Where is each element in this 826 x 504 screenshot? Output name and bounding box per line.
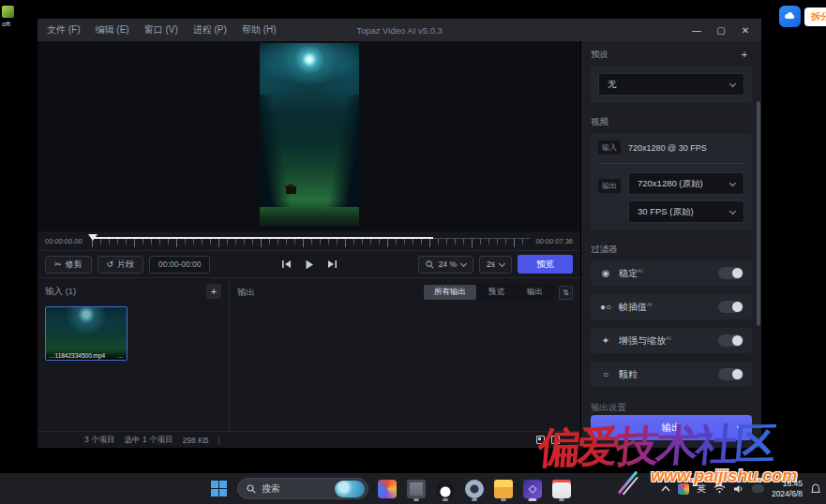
filter-grain[interactable]: ○ 颗粒 [591, 362, 752, 387]
next-frame-button[interactable] [327, 259, 338, 269]
video-card: 输入 720x1280 @ 30 FPS 输出 720x1280 (原始) [591, 133, 752, 230]
sort-toggle-button[interactable]: ⇅ [559, 286, 573, 300]
running-indicator [559, 498, 564, 501]
transport-toolbar: ✂ 修剪 ↺ 片段 00:00-00:00 [38, 250, 580, 278]
preview-duration-dropdown[interactable]: 2s [479, 256, 512, 274]
tray-chevron-up-icon[interactable] [661, 485, 670, 492]
grid-view-icon[interactable] [536, 436, 545, 444]
taskbar-app-notes[interactable] [551, 478, 572, 500]
desktop-shortcut[interactable]: oft [2, 6, 30, 28]
list-view-icon[interactable] [551, 436, 560, 444]
topaz-video-ai-icon: ◇ [523, 480, 542, 498]
export-settings-header: 输出设置 [591, 402, 752, 412]
magnifier-icon [426, 260, 434, 269]
search-highlight-image[interactable] [335, 481, 365, 497]
grain-icon: ○ [599, 369, 612, 379]
taskbar-app-media[interactable] [377, 478, 398, 500]
preset-select[interactable]: 无 [598, 73, 744, 96]
system-tray: 英 16:45 2024/6/8 [661, 479, 821, 498]
timeline-track [92, 237, 432, 239]
timeline-ruler[interactable] [88, 234, 531, 247]
presets-header: 预设 [591, 49, 608, 61]
tab-previews[interactable]: 预览 [478, 285, 515, 300]
filter-frame-interpolation[interactable]: ●○ 帧插值AI [591, 294, 752, 319]
trim-range-field[interactable]: 00:00-00:00 [149, 256, 210, 274]
playhead-marker[interactable] [88, 234, 98, 241]
output-resolution-dropdown[interactable]: 720x1280 (原始) [628, 172, 744, 195]
utility-app-icon [407, 480, 426, 498]
next-frame-icon [327, 259, 338, 269]
close-button[interactable]: ✕ [735, 22, 756, 38]
floating-widget-button[interactable]: 拆分 [804, 7, 826, 26]
filter-stabilization[interactable]: ◉ 稳定AI [591, 260, 752, 286]
input-chip: 输入 [598, 141, 621, 155]
menu-help[interactable]: 帮助 (H) [242, 23, 277, 37]
media-app-icon [378, 480, 397, 498]
filter-enhancement[interactable]: ✦ 增强与缩放AI [591, 328, 752, 353]
previous-frame-button[interactable] [281, 259, 292, 269]
taskbar-app-explorer[interactable] [493, 478, 514, 500]
output-filter-tabs: 所有输出 预览 输出 [423, 284, 554, 301]
taskbar-app-settings[interactable] [464, 478, 485, 500]
taskbar-app-topaz[interactable]: ◇ [522, 478, 543, 500]
zoom-level-dropdown[interactable]: 24 % [418, 256, 473, 274]
export-button[interactable]: 输出 [591, 415, 752, 440]
presets-card: 无 [591, 66, 752, 103]
settings-panel: 预设 + 无 视频 输入 720x1280 @ 30 FPS [581, 41, 761, 448]
trim-button[interactable]: ✂ 修剪 [45, 256, 92, 274]
prev-frame-icon [281, 259, 292, 269]
ime-indicator[interactable]: 英 [697, 482, 706, 496]
tray-date: 2024/6/8 [772, 489, 803, 499]
toggle-knob [732, 302, 743, 312]
toggle-knob [732, 369, 743, 379]
tray-color-app-icon[interactable] [678, 483, 689, 495]
stabilize-icon: ◉ [599, 268, 612, 278]
taskbar-search[interactable]: 搜索 [237, 478, 368, 499]
stabilization-toggle[interactable] [718, 267, 743, 279]
menu-process[interactable]: 进程 (P) [193, 23, 227, 37]
play-button[interactable] [305, 259, 314, 270]
floating-widget[interactable]: 拆分 [779, 6, 826, 27]
volume-icon[interactable] [733, 484, 744, 494]
tab-exports[interactable]: 输出 [517, 285, 553, 300]
start-button[interactable] [208, 478, 229, 500]
maximize-button[interactable]: ▢ [711, 22, 731, 38]
add-input-button[interactable]: + [206, 284, 221, 299]
chevron-down-icon [729, 179, 736, 185]
menu-file[interactable]: 文件 (F) [47, 23, 81, 37]
main-area: 00:00:00.00 00:00:07.36 ✂ 修剪 [38, 41, 581, 448]
minimize-button[interactable]: — [686, 22, 707, 38]
enhancement-toggle[interactable] [718, 334, 743, 347]
folder-icon [494, 480, 513, 498]
onedrive-cloud-icon[interactable] [752, 484, 764, 493]
transport-controls [281, 259, 338, 270]
item-count: 3 个项目 [84, 435, 115, 446]
view-toggles [536, 436, 560, 444]
taskbar: 搜索 ◇ [0, 473, 826, 504]
chevron-down-icon [729, 80, 736, 86]
output-framerate-dropdown[interactable]: 30 FPS (原始) [628, 200, 744, 223]
cloud-app-icon[interactable] [779, 6, 801, 27]
input-clip-thumbnail[interactable]: …11842334500.mp4 … [45, 306, 128, 361]
segment-button[interactable]: ↺ 片段 [98, 256, 144, 274]
menu-edit[interactable]: 编辑 (E) [96, 23, 129, 37]
add-preset-button[interactable]: + [737, 47, 752, 62]
video-section-header: 视频 [591, 116, 608, 128]
frame-interpolation-toggle[interactable] [718, 301, 743, 313]
taskbar-app-utility[interactable] [406, 478, 427, 500]
taskbar-clock[interactable]: 16:45 2024/6/8 [772, 479, 803, 498]
menu-bar: 文件 (F) 编辑 (E) 窗口 (V) 进程 (P) 帮助 (H) [47, 23, 277, 37]
running-indicator [443, 498, 448, 501]
wifi-icon[interactable] [713, 484, 726, 494]
menu-window[interactable]: 窗口 (V) [144, 23, 178, 37]
panel-scrollbar[interactable] [757, 101, 760, 326]
preview-button[interactable]: 预览 [518, 255, 573, 274]
tab-all-outputs[interactable]: 所有输出 [424, 285, 476, 300]
notification-bell-icon[interactable] [810, 483, 821, 495]
window-controls: — ▢ ✕ [686, 22, 756, 38]
grain-toggle[interactable] [718, 368, 743, 380]
video-preview[interactable] [260, 43, 359, 226]
clip-more-button[interactable]: … [117, 352, 124, 359]
taskbar-app-qq[interactable] [435, 478, 456, 500]
preset-value: 无 [608, 79, 617, 91]
